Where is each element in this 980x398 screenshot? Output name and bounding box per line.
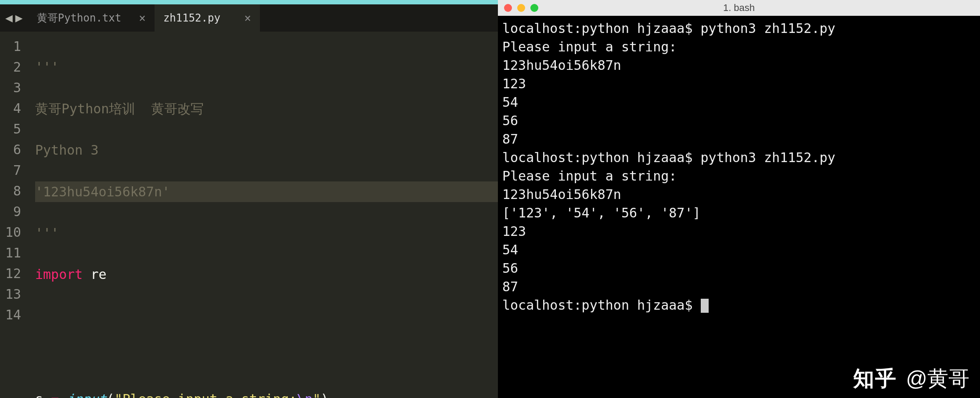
lineno: 3 [0, 77, 21, 98]
term-line: 54 [502, 94, 518, 110]
term-line: localhost:python hjzaaa$ python3 zh1152.… [502, 150, 836, 165]
lineno: 13 [0, 284, 21, 304]
window-zoom-icon[interactable] [530, 4, 538, 12]
term-line: ['123', '54', '56', '87'] [502, 205, 701, 221]
code-line [35, 306, 498, 326]
code-area: 1 2 3 4 5 6 7 8 9 10 11 12 13 14 ''' 黄哥P… [0, 32, 498, 398]
terminal-cursor-icon [701, 299, 709, 313]
close-icon[interactable]: × [244, 12, 251, 24]
term-line: 123hu54oi56k87n [502, 187, 621, 202]
tab-nav-arrows: ◀ ▶ [0, 4, 28, 32]
code-line: s = input("Please input a string:\n") [35, 389, 498, 398]
lineno: 8 [0, 181, 21, 201]
tab-prev-icon[interactable]: ◀ [5, 12, 13, 24]
window-close-icon[interactable] [504, 4, 512, 12]
tab-next-icon[interactable]: ▶ [15, 12, 23, 24]
terminal-body[interactable]: localhost:python hjzaaa$ python3 zh1152.… [498, 16, 980, 398]
lineno: 6 [0, 139, 21, 160]
line-gutter: 1 2 3 4 5 6 7 8 9 10 11 12 13 14 [0, 32, 26, 398]
watermark: 知乎 @黄哥 [853, 365, 969, 393]
lineno: 1 [0, 36, 21, 57]
code-content[interactable]: ''' 黄哥Python培训 黄哥改写 Python 3 '123hu54oi5… [26, 32, 498, 398]
term-line: 56 [502, 113, 518, 128]
term-line: 123 [502, 76, 526, 91]
tab-label: 黄哥Python.txt [37, 11, 122, 25]
terminal-titlebar[interactable]: 1. bash [498, 0, 980, 16]
term-line: 87 [502, 279, 518, 294]
lineno: 4 [0, 98, 21, 119]
window-minimize-icon[interactable] [517, 4, 525, 12]
term-line: localhost:python hjzaaa$ python3 zh1152.… [502, 21, 836, 36]
code-line-highlight: '123hu54oi56k87n' [35, 181, 498, 202]
lineno: 11 [0, 242, 21, 263]
lineno: 5 [0, 119, 21, 139]
tab-bar: ◀ ▶ 黄哥Python.txt × zh1152.py × [0, 4, 498, 32]
watermark-author: @黄哥 [906, 365, 969, 393]
term-line: Please input a string: [502, 168, 677, 184]
term-line: localhost:python hjzaaa$ [502, 297, 701, 313]
term-line: 87 [502, 131, 518, 147]
code-line [35, 347, 498, 368]
term-line: 123hu54oi56k87n [502, 58, 621, 73]
lineno: 12 [0, 263, 21, 284]
lineno: 14 [0, 304, 21, 325]
lineno: 2 [0, 57, 21, 77]
code-editor-pane: ◀ ▶ 黄哥Python.txt × zh1152.py × 1 2 3 4 5… [0, 0, 498, 398]
tab-label: zh1152.py [163, 12, 220, 24]
code-line: ''' [35, 223, 498, 243]
term-line: 56 [502, 261, 518, 276]
code-line: ''' [35, 57, 498, 77]
lineno: 10 [0, 222, 21, 242]
tab-active[interactable]: zh1152.py × [155, 4, 260, 32]
editor-top-accent [0, 0, 498, 4]
lineno: 9 [0, 201, 21, 222]
terminal-pane: 1. bash localhost:python hjzaaa$ python3… [498, 0, 980, 398]
window-controls [498, 4, 538, 12]
tab-inactive[interactable]: 黄哥Python.txt × [28, 4, 155, 32]
zhihu-logo: 知乎 [853, 365, 897, 393]
terminal-title: 1. bash [498, 2, 980, 14]
term-line: Please input a string: [502, 39, 677, 54]
term-line: 54 [502, 242, 518, 257]
term-line: 123 [502, 224, 526, 239]
lineno: 7 [0, 160, 21, 181]
code-line: Python 3 [35, 140, 498, 160]
close-icon[interactable]: × [139, 12, 146, 24]
code-line: 黄哥Python培训 黄哥改写 [35, 98, 498, 119]
code-line: import re [35, 264, 498, 285]
